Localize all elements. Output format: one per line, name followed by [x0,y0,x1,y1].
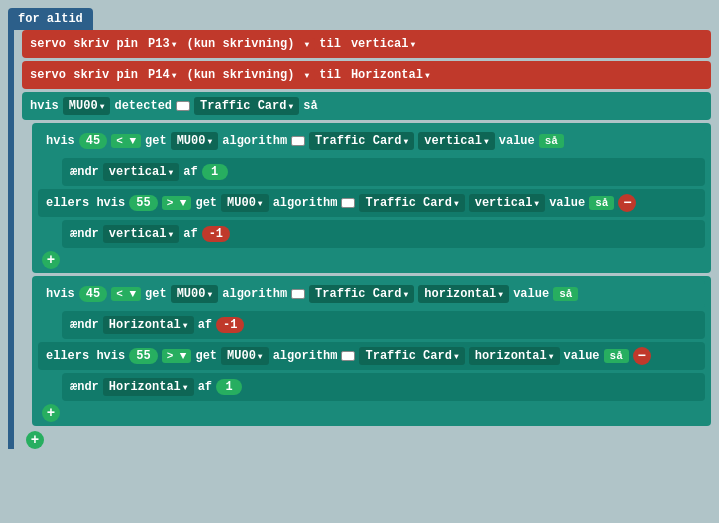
cond1-sa: så [539,134,564,148]
ellers2-axis-dropdown[interactable]: horizontal [469,347,560,365]
hvis2-sa: så [553,287,578,301]
ellers2-algorithm: algorithm [273,349,338,363]
cond1-traffic-dropdown[interactable]: Traffic Card [309,132,414,150]
cond1-axis-dropdown[interactable]: vertical [418,132,494,150]
andr1-label: ændr [70,165,99,179]
main-container: servo skriv pin P13 (kun skrivning) til … [8,30,711,449]
hvis1-sa: så [303,99,317,113]
cond1-algorithm: algorithm [222,134,287,148]
cond1-mu-dropdown[interactable]: MU00 [171,132,219,150]
servo2-mode-dropdown[interactable]: Horizontal [345,66,436,84]
ellers1-mu-dropdown[interactable]: MU00 [221,194,269,212]
ellers2-sa: så [604,349,629,363]
inner-container2: hvis 45 < ▼ get MU00 algorithm Traffic C… [32,276,711,426]
workspace: for altid servo skriv pin P13 (kun skriv… [0,0,719,523]
hvis1-mu-dropdown[interactable]: MU00 [63,97,111,115]
servo2-kun-dropdown[interactable] [298,69,315,82]
traffic-card-icon4 [291,289,305,299]
cond1-num[interactable]: 45 [79,133,107,149]
hvis1-label: hvis [30,99,59,113]
andr1-af: af [183,165,197,179]
ellers1-label: ellers hvis [46,196,125,210]
ellers2-num[interactable]: 55 [129,348,157,364]
andr2-af: af [183,227,197,241]
cond1-value: value [499,134,535,148]
servo1-label: servo skriv pin [30,37,138,51]
andr3-block: ændr Horizontal af -1 [62,311,705,339]
remove-ellers1-button[interactable]: − [618,194,636,212]
andr3-af: af [198,318,212,332]
hvis2-num[interactable]: 45 [79,286,107,302]
traffic-card-icon2 [291,136,305,146]
add-main-button[interactable]: + [26,431,44,449]
servo1-kun-dropdown[interactable] [298,38,315,51]
andr2-label: ændr [70,227,99,241]
cond1-block: hvis 45 < ▼ get MU00 algorithm Traffic C… [38,127,705,155]
andr1-block: ændr vertical af 1 [62,158,705,186]
servo2-block: servo skriv pin P14 (kun skrivning) til … [22,61,711,89]
servo2-kun: (kun skrivning) [186,68,294,82]
hvis1-block: hvis MU00 detected Traffic Card så [22,92,711,120]
andr4-af: af [198,380,212,394]
cond1-label: hvis [46,134,75,148]
cond1-get: get [145,134,167,148]
servo2-label: servo skriv pin [30,68,138,82]
hvis2-traffic-dropdown[interactable]: Traffic Card [309,285,414,303]
ellers1-op[interactable]: > ▼ [162,196,192,210]
ellers2-op[interactable]: > ▼ [162,349,192,363]
hvis2-get: get [145,287,167,301]
andr1-num[interactable]: 1 [202,164,228,180]
ellers1-get: get [195,196,217,210]
andr2-num[interactable]: -1 [202,226,230,242]
ellers1-traffic-dropdown[interactable]: Traffic Card [359,194,464,212]
andr2-axis-dropdown[interactable]: vertical [103,225,179,243]
andr3-num[interactable]: -1 [216,317,244,333]
ellers2-label: ellers hvis [46,349,125,363]
andr4-label: ændr [70,380,99,394]
ellers1-axis-dropdown[interactable]: vertical [469,194,545,212]
hvis2-mu-dropdown[interactable]: MU00 [171,285,219,303]
add-branch1-button[interactable]: + [42,251,60,269]
andr3-axis-dropdown[interactable]: Horizontal [103,316,194,334]
traffic-card-icon3 [341,198,355,208]
andr4-num[interactable]: 1 [216,379,242,395]
hvis2-axis-dropdown[interactable]: horizontal [418,285,509,303]
ellers2-block: ellers hvis 55 > ▼ get MU00 algorithm Tr… [38,342,705,370]
andr3-label: ændr [70,318,99,332]
traffic-card-icon1 [176,101,190,111]
servo2-til: til [319,68,341,82]
servo1-mode-dropdown[interactable]: vertical [345,35,421,53]
add-branch2-area: + [42,404,705,422]
andr4-axis-dropdown[interactable]: Horizontal [103,378,194,396]
cond1-op[interactable]: < ▼ [111,134,141,148]
add-branch1-area: + [42,251,705,269]
hvis2-algorithm: algorithm [222,287,287,301]
servo1-pin-dropdown[interactable]: P13 [142,35,182,53]
andr4-block: ændr Horizontal af 1 [62,373,705,401]
andr2-block: ændr vertical af -1 [62,220,705,248]
remove-ellers2-button[interactable]: − [633,347,651,365]
traffic-card-icon5 [341,351,355,361]
ellers1-algorithm: algorithm [273,196,338,210]
servo1-kun: (kun skrivning) [186,37,294,51]
for-altid-header: for altid [8,8,93,30]
ellers1-sa: så [589,196,614,210]
hvis2-value: value [513,287,549,301]
hvis1-traffic-dropdown[interactable]: Traffic Card [194,97,299,115]
ellers1-num[interactable]: 55 [129,195,157,211]
hvis2-block: hvis 45 < ▼ get MU00 algorithm Traffic C… [38,280,705,308]
add-branch2-button[interactable]: + [42,404,60,422]
ellers1-value: value [549,196,585,210]
hvis2-label: hvis [46,287,75,301]
hvis2-op[interactable]: < ▼ [111,287,141,301]
ellers2-traffic-dropdown[interactable]: Traffic Card [359,347,464,365]
ellers1-block: ellers hvis 55 > ▼ get MU00 algorithm Tr… [38,189,705,217]
ellers2-mu-dropdown[interactable]: MU00 [221,347,269,365]
ellers2-get: get [195,349,217,363]
inner-container1: hvis 45 < ▼ get MU00 algorithm Traffic C… [32,123,711,273]
servo2-pin-dropdown[interactable]: P14 [142,66,182,84]
hvis1-detected: detected [114,99,172,113]
andr1-axis-dropdown[interactable]: vertical [103,163,179,181]
servo1-block: servo skriv pin P13 (kun skrivning) til … [22,30,711,58]
add-main-area: + [26,431,711,449]
